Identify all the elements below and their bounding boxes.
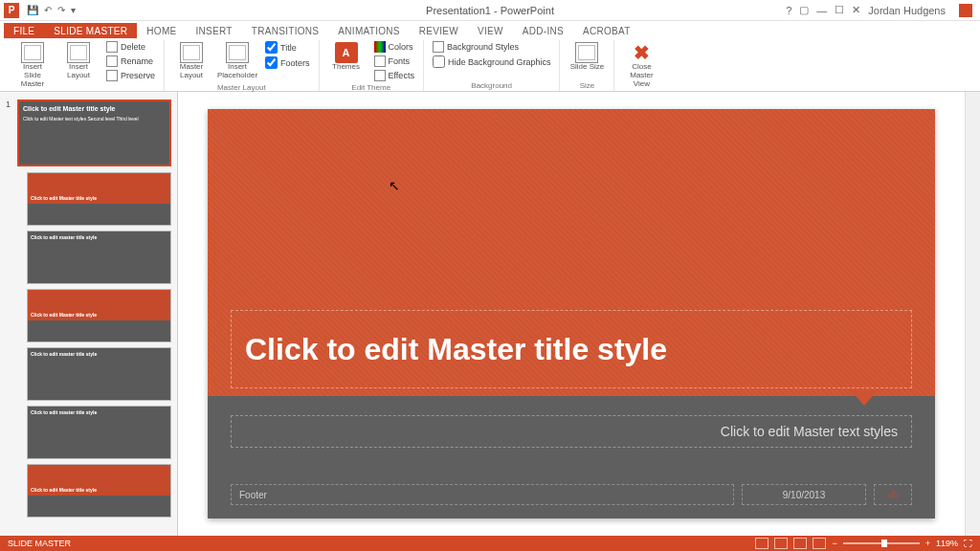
- title-placeholder-text: Click to edit Master title style: [245, 332, 667, 367]
- hide-bg-checkbox[interactable]: Hide Background Graphics: [430, 55, 554, 69]
- sorter-view-button[interactable]: [774, 538, 788, 549]
- ribbon: Insert Slide Master Insert Layout Delete…: [0, 38, 980, 92]
- status-mode: SLIDE MASTER: [8, 539, 71, 548]
- title-placeholder[interactable]: Click to edit Master title style: [231, 310, 912, 388]
- maximize-icon[interactable]: ☐: [835, 4, 844, 16]
- insert-layout-button[interactable]: Insert Layout: [57, 40, 100, 82]
- layout-icon: [67, 42, 90, 63]
- slide-master-icon: [21, 42, 44, 63]
- group-background: Background Styles Hide Background Graphi…: [424, 40, 561, 91]
- zoom-level[interactable]: 119%: [936, 539, 958, 548]
- insert-slide-master-label: Insert Slide Master: [13, 63, 52, 88]
- fonts-button[interactable]: Fonts: [371, 55, 417, 68]
- date-placeholder[interactable]: 9/10/2013: [742, 484, 866, 505]
- slide-size-button[interactable]: Slide Size: [566, 40, 608, 74]
- window-title: Presentation1 - PowerPoint: [426, 5, 554, 16]
- date-text: 9/10/2013: [783, 490, 826, 500]
- slide-number-placeholder[interactable]: ‹#›: [874, 484, 912, 505]
- powerpoint-icon: P: [4, 3, 19, 18]
- text-placeholder[interactable]: Click to edit Master text styles: [231, 415, 912, 448]
- reading-view-button[interactable]: [793, 538, 807, 549]
- fonts-icon: [374, 55, 386, 67]
- close-master-view-button[interactable]: ✖ Close Master View: [620, 40, 662, 90]
- colors-icon: [374, 41, 386, 53]
- preserve-button[interactable]: Preserve: [103, 69, 158, 82]
- themes-button[interactable]: Themes: [325, 40, 368, 74]
- layout-thumb-text: Click to edit master title style: [31, 351, 167, 357]
- insert-placeholder-button[interactable]: Insert Placeholder: [216, 40, 258, 82]
- tab-file[interactable]: FILE: [4, 23, 44, 38]
- footers-check-icon[interactable]: [265, 56, 278, 69]
- minimize-icon[interactable]: —: [816, 5, 827, 16]
- slideshow-view-button[interactable]: [813, 538, 826, 549]
- tab-review[interactable]: REVIEW: [410, 23, 468, 38]
- group-edit-master: Insert Slide Master Insert Layout Delete…: [6, 40, 165, 91]
- user-avatar[interactable]: [959, 4, 972, 17]
- zoom-in-button[interactable]: +: [925, 539, 930, 548]
- delete-icon: [106, 41, 118, 53]
- effects-button[interactable]: Effects: [371, 69, 417, 82]
- tab-view[interactable]: VIEW: [468, 23, 513, 38]
- qat-dropdown-icon[interactable]: ▾: [71, 5, 76, 15]
- group-edit-theme: Themes Colors Fonts Effects Edit Theme: [320, 40, 424, 91]
- close-master-label: Close Master View: [622, 63, 660, 88]
- tab-transitions[interactable]: TRANSITIONS: [242, 23, 329, 38]
- title-check-icon[interactable]: [265, 41, 278, 54]
- zoom-slider[interactable]: [843, 542, 920, 544]
- tab-addins[interactable]: ADD-INS: [513, 23, 573, 38]
- layout-thumbnail[interactable]: Click to edit master title style: [27, 231, 171, 284]
- slide-editor[interactable]: ↖ Click to edit Master title style Click…: [178, 92, 965, 536]
- close-master-icon: ✖: [630, 42, 653, 63]
- close-icon[interactable]: ✕: [852, 4, 860, 16]
- hide-bg-label: Hide Background Graphics: [448, 57, 551, 67]
- title-check-label: Title: [280, 43, 297, 53]
- master-thumbnail[interactable]: 1 Click to edit Master title style Click…: [6, 99, 171, 166]
- user-name[interactable]: Jordan Hudgens: [868, 5, 946, 16]
- qat-save-icon[interactable]: 💾: [27, 5, 38, 15]
- zoom-out-button[interactable]: −: [832, 539, 836, 548]
- delete-button[interactable]: Delete: [103, 40, 158, 54]
- slide-notch-shape: [851, 390, 878, 406]
- vertical-scrollbar[interactable]: [965, 92, 980, 536]
- tab-home[interactable]: HOME: [137, 23, 186, 38]
- master-layout-button[interactable]: Master Layout: [170, 40, 212, 82]
- normal-view-button[interactable]: [755, 538, 768, 549]
- qat-redo-icon[interactable]: ↷: [57, 5, 65, 15]
- tab-acrobat[interactable]: ACROBAT: [573, 23, 640, 38]
- layout-thumbnail[interactable]: Click to edit Master title style: [27, 464, 171, 518]
- colors-label: Colors: [389, 42, 413, 52]
- master-thumb-body: Click to edit Master text styles Second …: [23, 116, 166, 122]
- layout-thumbnail[interactable]: Click to edit master title style: [27, 406, 171, 459]
- title-bar: P 💾 ↶ ↷ ▾ Presentation1 - PowerPoint ? ▢…: [0, 0, 980, 21]
- layout-thumbnail[interactable]: Click to edit master title style: [27, 347, 171, 401]
- tab-insert[interactable]: INSERT: [186, 23, 241, 38]
- background-styles-button[interactable]: Background Styles: [430, 40, 554, 54]
- effects-label: Effects: [389, 71, 414, 80]
- footer-placeholders: Footer 9/10/2013 ‹#›: [231, 484, 912, 505]
- ribbon-options-icon[interactable]: ▢: [799, 4, 809, 16]
- tab-slide-master[interactable]: SLIDE MASTER: [44, 23, 137, 38]
- effects-icon: [374, 70, 386, 81]
- colors-button[interactable]: Colors: [371, 40, 417, 54]
- rename-button[interactable]: Rename: [103, 55, 158, 68]
- tab-animations[interactable]: ANIMATIONS: [328, 23, 409, 38]
- slide-size-icon: [575, 42, 598, 63]
- footer-placeholder[interactable]: Footer: [231, 484, 734, 505]
- fit-to-window-button[interactable]: ⛶: [964, 539, 972, 548]
- slide-canvas[interactable]: Click to edit Master title style Click t…: [208, 109, 935, 518]
- thumbnail-panel[interactable]: 1 Click to edit Master title style Click…: [0, 92, 178, 536]
- qat-undo-icon[interactable]: ↶: [44, 5, 52, 15]
- layout-thumbnail[interactable]: Click to edit Master title style: [27, 172, 171, 226]
- preserve-icon: [106, 70, 118, 81]
- layout-thumbnail[interactable]: Click to edit Master title style: [27, 289, 171, 342]
- status-bar: SLIDE MASTER − + 119% ⛶: [0, 536, 980, 551]
- help-icon[interactable]: ?: [786, 5, 791, 16]
- text-placeholder-text: Click to edit Master text styles: [721, 424, 898, 439]
- insert-slide-master-button[interactable]: Insert Slide Master: [11, 40, 54, 90]
- insert-placeholder-label: Insert Placeholder: [217, 63, 257, 80]
- footers-checkbox[interactable]: Footers: [262, 55, 313, 70]
- title-checkbox[interactable]: Title: [262, 40, 313, 55]
- master-number: 1: [6, 99, 17, 166]
- layout-thumb-text: Click to edit master title style: [31, 234, 167, 240]
- hide-bg-check-icon[interactable]: [433, 55, 445, 68]
